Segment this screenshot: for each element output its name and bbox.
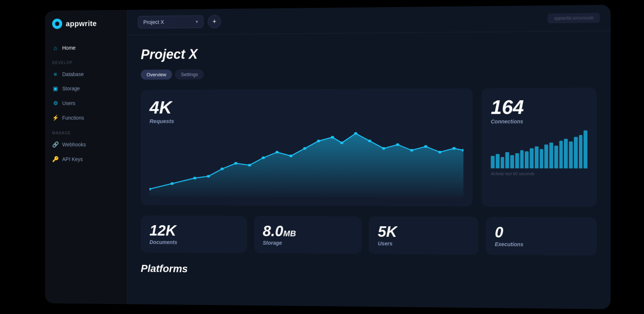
bar: [510, 155, 514, 168]
sidebar-item-home[interactable]: ⌂ Home: [45, 40, 127, 55]
chevron-down-icon: ▾: [196, 19, 198, 24]
database-icon: ≡: [52, 71, 58, 77]
storage-label: Storage: [263, 240, 352, 246]
tab-settings[interactable]: Settings: [175, 69, 203, 79]
functions-icon: ⚡: [52, 114, 58, 121]
users-icon: ⚙: [52, 100, 58, 107]
sidebar-nav: ⌂ Home DEVELOP ≡ Database ▣ Storage ⚙ Us…: [45, 36, 127, 304]
requests-label: Requests: [149, 117, 463, 124]
bar: [564, 139, 568, 168]
bar: [539, 149, 543, 169]
bar: [530, 148, 533, 169]
bar: [569, 141, 572, 168]
page-title: Project X: [140, 43, 596, 62]
executions-label: Executions: [495, 241, 587, 248]
chart-area: [149, 133, 463, 197]
documents-label: Documents: [149, 239, 238, 245]
connections-value: 164: [491, 97, 587, 117]
bar: [525, 151, 529, 169]
logo-icon: [52, 19, 62, 29]
bar: [559, 141, 563, 168]
tab-overview[interactable]: Overview: [140, 70, 172, 80]
home-icon: ⌂: [52, 45, 58, 51]
sidebar-item-database[interactable]: ≡ Database: [45, 66, 127, 81]
project-selector[interactable]: Project X ▾: [138, 15, 203, 28]
bar: [554, 146, 558, 169]
requests-card: 4K Requests: [140, 88, 472, 206]
stats-row: 12K Documents 8.0MB Storage 5K Users: [140, 216, 596, 255]
sidebar-item-functions[interactable]: ⚡ Functions: [45, 110, 127, 125]
bar: [495, 154, 499, 168]
activity-label: Activity last 60 seconds: [491, 171, 587, 176]
tab-bar: Overview Settings: [140, 67, 596, 79]
executions-card: 0 Executions: [485, 217, 596, 255]
sidebar-item-webhooks[interactable]: 🔗 Webhooks: [45, 137, 127, 152]
storage-card: 8.0MB Storage: [254, 216, 361, 254]
area-chart-svg: [149, 129, 463, 197]
executions-value: 0: [495, 224, 587, 240]
requests-value: 4K: [149, 97, 463, 116]
users-value: 5K: [378, 224, 469, 240]
users-card: 5K Users: [369, 217, 478, 255]
logo-text: appwrite: [66, 19, 96, 28]
documents-value: 12K: [149, 223, 238, 238]
bar: [491, 156, 494, 168]
webhooks-icon: 🔗: [52, 141, 58, 148]
sidebar: appwrite ⌂ Home DEVELOP ≡ Database ▣ Sto…: [45, 10, 127, 304]
topbar: Project X ▾ + appwrite.io/console: [127, 5, 610, 35]
documents-card: 12K Documents: [140, 216, 246, 253]
connections-card: 164 Connections: [482, 88, 597, 207]
connections-label: Connections: [491, 118, 587, 125]
sidebar-item-apikeys[interactable]: 🔑 API Keys: [45, 152, 127, 166]
project-name: Project X: [143, 19, 164, 25]
main-content: Project X ▾ + appwrite.io/console Projec…: [127, 5, 610, 309]
storage-icon: ▣: [52, 85, 58, 92]
bar: [505, 152, 509, 169]
bar: [549, 142, 553, 168]
bar: [578, 135, 582, 169]
device-wrapper: appwrite ⌂ Home DEVELOP ≡ Database ▣ Sto…: [45, 5, 610, 309]
topbar-url: appwrite.io/console: [548, 13, 599, 23]
bar: [583, 131, 587, 169]
bar: [500, 157, 504, 168]
bar: [574, 137, 577, 168]
bar: [520, 150, 524, 169]
dashboard-grid: 4K Requests: [140, 88, 596, 207]
content-area: Project X Overview Settings 4K Requests: [127, 31, 610, 309]
platforms-title: Platforms: [140, 263, 596, 278]
sidebar-item-storage[interactable]: ▣ Storage: [45, 81, 127, 96]
users-label: Users: [378, 241, 469, 247]
bar: [534, 147, 538, 169]
bar: [515, 153, 518, 169]
develop-section-label: DEVELOP: [45, 54, 127, 67]
manage-section-label: MANAGE: [45, 125, 127, 137]
requests-chart: [149, 129, 463, 197]
apikeys-icon: 🔑: [52, 156, 58, 163]
sidebar-item-users[interactable]: ⚙ Users: [45, 95, 127, 110]
storage-value: 8.0MB: [263, 223, 352, 239]
add-project-button[interactable]: +: [207, 15, 221, 28]
bar-chart: [491, 131, 587, 169]
bar: [544, 144, 548, 168]
logo: appwrite: [45, 10, 127, 37]
